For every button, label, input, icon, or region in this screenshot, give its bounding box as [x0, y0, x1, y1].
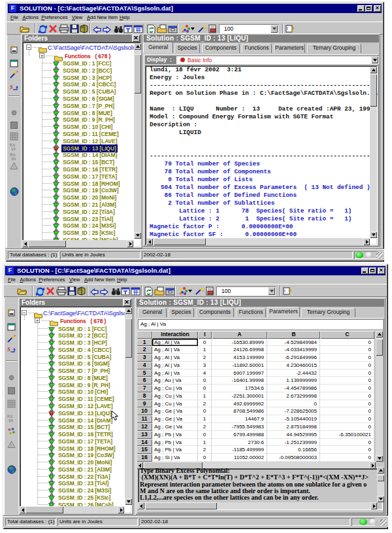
svg-text:S: S — [10, 84, 13, 90]
svg-text:yx: yx — [11, 146, 16, 151]
svg-text:!: ! — [13, 164, 14, 169]
svg-text:sn: sn — [11, 156, 16, 161]
svg-text:?: ? — [288, 287, 292, 296]
svg-text:!: ! — [10, 443, 12, 447]
svg-text:i: i — [287, 26, 288, 31]
svg-text:?: ? — [291, 25, 295, 33]
svg-text:i: i — [284, 288, 286, 294]
svg-text:yx: yx — [8, 418, 14, 422]
svg-text:S: S — [7, 346, 10, 352]
